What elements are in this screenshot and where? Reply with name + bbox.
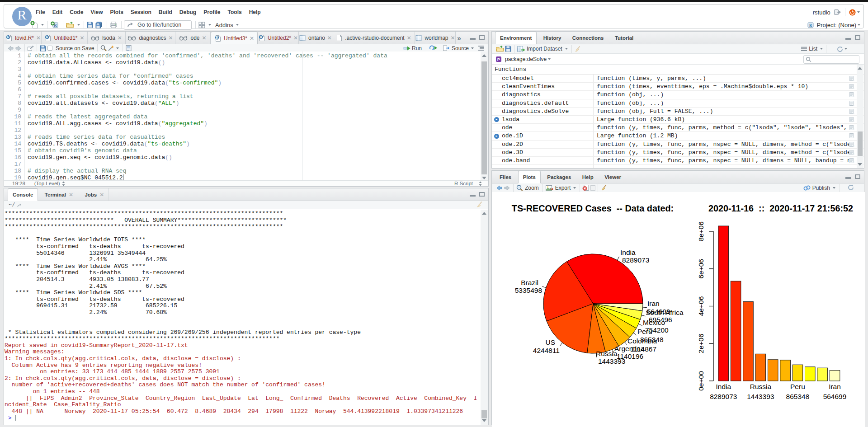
svg-text:564699: 564699 [823, 393, 847, 400]
svg-text:695496: 695496 [649, 316, 672, 324]
svg-text:564699: 564699 [647, 308, 670, 315]
svg-text:754200: 754200 [645, 326, 669, 334]
svg-text:5335498: 5335498 [515, 286, 542, 294]
svg-text:865348: 865348 [786, 393, 810, 400]
svg-text:R: R [259, 35, 263, 39]
svg-text:2e+06: 2e+06 [697, 333, 705, 353]
svg-text:India: India [620, 249, 636, 256]
svg-text:865348: 865348 [640, 336, 664, 343]
svg-text:8289073: 8289073 [710, 393, 737, 400]
svg-text:2020-11-16 :: 2020-11-17 21:: 2020-11-16 :: 2020-11-17 21:56:52 [708, 203, 853, 213]
svg-text:Iran: Iran [647, 300, 660, 307]
svg-text:Brazil: Brazil [521, 279, 538, 286]
svg-text:P: P [497, 56, 500, 61]
svg-text:R: R [809, 23, 812, 28]
svg-text:TS-RECOVERED Cases -- Data da: TS-RECOVERED Cases -- Data dated: [512, 203, 674, 213]
svg-text:8e+06: 8e+06 [697, 221, 705, 241]
svg-text:1140196: 1140196 [617, 352, 643, 360]
svg-text:1114867: 1114867 [630, 345, 656, 353]
svg-text:4e+06: 4e+06 [697, 296, 705, 316]
svg-text:US: US [545, 338, 555, 346]
svg-text:R: R [216, 35, 219, 40]
svg-text:R: R [7, 35, 10, 39]
svg-text:R: R [46, 35, 49, 39]
svg-text:India: India [716, 383, 731, 390]
svg-text:Iran: Iran [829, 383, 841, 390]
svg-text:Peru: Peru [790, 383, 805, 390]
svg-text:1443393: 1443393 [747, 393, 774, 400]
svg-text:6e+06: 6e+06 [697, 259, 705, 279]
svg-text:8289073: 8289073 [622, 256, 649, 264]
svg-text:Russia: Russia [750, 383, 772, 390]
svg-text:0e+00: 0e+00 [697, 371, 705, 391]
svg-text:4244811: 4244811 [533, 347, 560, 354]
